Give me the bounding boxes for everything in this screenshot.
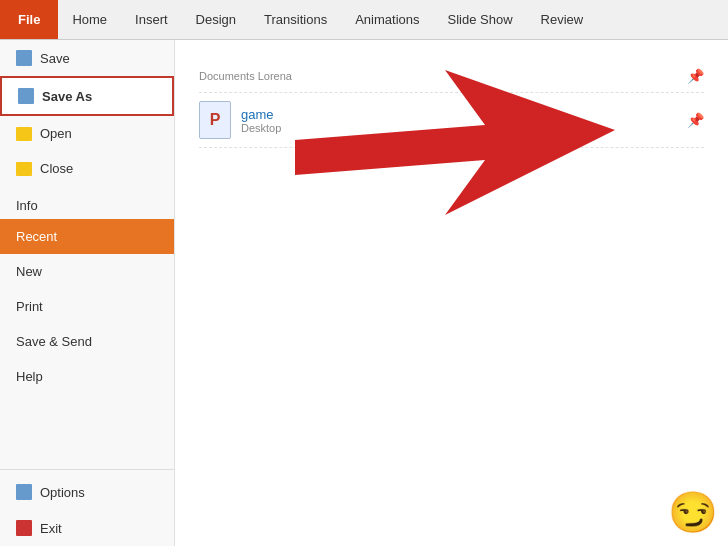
recent-file-item[interactable]: Documents Lorena 📌 [199,60,704,93]
sidebar-bottom: Options Exit [0,469,174,546]
ppt-file-icon [199,101,231,139]
file-name: game [241,107,281,122]
tab-home-label: Home [72,12,107,27]
tab-animations-label: Animations [355,12,419,27]
file-details: Documents Lorena [199,70,292,82]
saveas-icon [18,88,34,104]
sidebar-item-new[interactable]: New [0,254,174,289]
tab-insert[interactable]: Insert [121,0,182,39]
sidebar-item-saveas[interactable]: Save As [0,76,174,116]
recent-files-list: Documents Lorena 📌 game Desktop 📌 [199,60,704,148]
tab-transitions-label: Transitions [264,12,327,27]
save-icon [16,50,32,66]
sidebar-item-close[interactable]: Close [0,151,174,186]
save-label: Save [40,51,70,66]
pin-icon[interactable]: 📌 [687,112,704,128]
sidebar-item-save[interactable]: Save [0,40,174,76]
main-area: Save Save As Open Close Info Recent New [0,40,728,546]
tab-slideshow-label: Slide Show [448,12,513,27]
tab-home[interactable]: Home [58,0,121,39]
exit-icon [16,520,32,536]
tab-insert-label: Insert [135,12,168,27]
file-path: Documents Lorena [199,70,292,82]
open-label: Open [40,126,72,141]
recent-file-item[interactable]: game Desktop 📌 [199,93,704,148]
pin-icon[interactable]: 📌 [687,68,704,84]
tab-review-label: Review [541,12,584,27]
open-icon [16,127,32,141]
exit-label: Exit [40,521,62,536]
backstage-sidebar: Save Save As Open Close Info Recent New [0,40,175,546]
sidebar-item-help[interactable]: Help [0,359,174,394]
sidebar-item-exit[interactable]: Exit [0,510,174,546]
tab-design[interactable]: Design [182,0,250,39]
print-label: Print [16,299,43,314]
emoji-annotation: 😏 [668,489,718,536]
sidebar-info-label[interactable]: Info [0,186,174,219]
options-label: Options [40,485,85,500]
tab-design-label: Design [196,12,236,27]
new-label: New [16,264,42,279]
ribbon: File Home Insert Design Transitions Anim… [0,0,728,40]
options-icon [16,484,32,500]
tab-animations[interactable]: Animations [341,0,433,39]
sidebar-item-savesend[interactable]: Save & Send [0,324,174,359]
saveas-label: Save As [42,89,92,104]
close-label: Close [40,161,73,176]
help-label: Help [16,369,43,384]
file-details: game Desktop [241,107,281,134]
sidebar-item-options[interactable]: Options [0,474,174,510]
tab-slideshow[interactable]: Slide Show [434,0,527,39]
sidebar-item-print[interactable]: Print [0,289,174,324]
sidebar-item-recent[interactable]: Recent [0,219,174,254]
sidebar-item-open[interactable]: Open [0,116,174,151]
close-icon [16,162,32,176]
tab-file-label: File [18,12,40,27]
recent-label: Recent [16,229,57,244]
tab-review[interactable]: Review [527,0,598,39]
file-path: Desktop [241,122,281,134]
tab-file[interactable]: File [0,0,58,39]
tab-transitions[interactable]: Transitions [250,0,341,39]
content-area: Documents Lorena 📌 game Desktop 📌 [175,40,728,546]
savesend-label: Save & Send [16,334,92,349]
